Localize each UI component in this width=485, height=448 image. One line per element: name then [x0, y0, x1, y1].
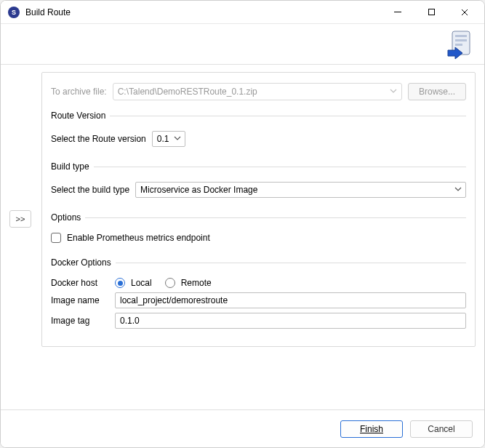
docker-options-group: Docker Options Docker host Local Remote …	[51, 257, 466, 333]
image-name-input[interactable]: local_project/demorestroute	[115, 292, 466, 308]
maximize-button[interactable]	[414, 1, 448, 23]
docker-host-remote-radio[interactable]	[165, 278, 175, 288]
build-type-label: Select the build type	[51, 185, 129, 195]
minimize-icon	[394, 12, 401, 12]
window-controls	[381, 1, 481, 23]
banner	[1, 24, 484, 65]
build-type-value: Microservice as Docker Image	[140, 185, 257, 195]
export-wizard-icon	[445, 28, 477, 60]
archive-path-value: C:\Talend\DemoRESTRoute_0.1.zip	[118, 87, 257, 97]
build-type-select[interactable]: Microservice as Docker Image	[135, 182, 466, 198]
window-title: Build Route	[25, 7, 71, 17]
docker-host-local-label: Local	[131, 278, 152, 288]
close-button[interactable]	[448, 1, 481, 23]
docker-host-remote-label: Remote	[181, 278, 212, 288]
titlebar: S Build Route	[1, 1, 484, 24]
docker-host-local-radio[interactable]	[115, 278, 125, 288]
docker-host-label: Docker host	[51, 278, 109, 288]
image-name-label: Image name	[51, 295, 109, 305]
cancel-button[interactable]: Cancel	[410, 420, 473, 438]
chevron-down-icon	[390, 87, 397, 97]
options-group: Options Enable Prometheus metrics endpoi…	[51, 212, 466, 247]
route-version-legend: Route Version	[51, 111, 110, 121]
build-type-legend: Build type	[51, 161, 94, 172]
finish-button[interactable]: Finish	[340, 420, 403, 438]
route-version-select[interactable]: 0.1	[152, 131, 185, 147]
app-icon: S	[8, 7, 20, 18]
route-version-group: Route Version Select the Route version 0…	[51, 111, 466, 151]
build-type-group: Build type Select the build type Microse…	[51, 161, 466, 202]
dialog-footer: Finish Cancel	[1, 409, 484, 447]
chevron-down-icon	[454, 185, 462, 195]
expand-button[interactable]: >>	[9, 210, 31, 228]
prometheus-checkbox[interactable]	[51, 233, 61, 243]
options-legend: Options	[51, 212, 85, 223]
finish-label: Finish	[360, 424, 383, 434]
archive-label: To archive file:	[51, 87, 107, 97]
svg-rect-2	[455, 39, 467, 41]
route-version-label: Select the Route version	[51, 134, 146, 144]
image-name-value: local_project/demorestroute	[120, 295, 228, 305]
svg-rect-3	[455, 44, 462, 46]
settings-panel: To archive file: C:\Talend\DemoRESTRoute…	[41, 72, 476, 347]
dialog-body: >> To archive file: C:\Talend\DemoRESTRo…	[1, 65, 484, 409]
prometheus-label: Enable Prometheus metrics endpoint	[67, 233, 210, 243]
route-version-value: 0.1	[157, 134, 169, 144]
chevron-down-icon	[174, 134, 181, 144]
image-tag-label: Image tag	[51, 316, 109, 326]
maximize-icon	[428, 9, 435, 15]
docker-options-legend: Docker Options	[51, 257, 116, 268]
image-tag-value: 0.1.0	[120, 316, 140, 326]
svg-rect-1	[455, 35, 467, 37]
archive-path-field: C:\Talend\DemoRESTRoute_0.1.zip	[113, 83, 402, 100]
image-tag-input[interactable]: 0.1.0	[115, 313, 466, 329]
close-icon	[461, 9, 468, 16]
dialog-window: S Build Route >> To archive fil	[0, 0, 485, 448]
minimize-button[interactable]	[381, 1, 414, 23]
browse-button: Browse...	[408, 83, 466, 100]
